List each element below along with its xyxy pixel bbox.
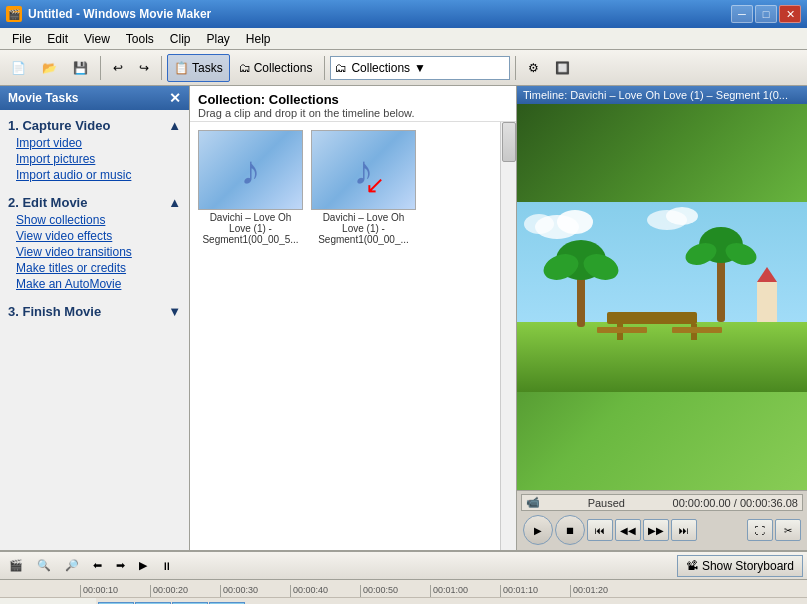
- ruler-marks: 00:00:10 00:00:20 00:00:30 00:00:40 00:0…: [80, 580, 640, 597]
- title-bar: 🎬 Untitled - Windows Movie Maker ─ □ ✕: [0, 0, 807, 28]
- collections-icon: 🗂: [239, 61, 251, 75]
- tl-play-icon: ▶: [139, 559, 147, 572]
- collections-button[interactable]: 🗂 Collections: [232, 54, 320, 82]
- show-storyboard-button[interactable]: 📽 Show Storyboard: [677, 555, 803, 577]
- tasks-button[interactable]: 📋 Tasks: [167, 54, 230, 82]
- preview-panel: Timeline: Davichi – Love Oh Love (1) – S…: [517, 86, 807, 550]
- open-button[interactable]: 📂: [35, 54, 64, 82]
- split-button[interactable]: ✂: [775, 519, 801, 541]
- tl-pause-icon: ⏸: [161, 560, 172, 572]
- collections-label: Collections: [254, 61, 313, 75]
- list-item[interactable]: ♪ ↙ Davichi – Love Oh Love (1) - Segment…: [311, 130, 416, 245]
- timeline-toolbar: 🎬 🔍 🔎 ⬅ ➡ ▶ ⏸ 📽 Show Storyboard: [0, 552, 807, 580]
- import-pictures-link[interactable]: Import pictures: [8, 151, 181, 167]
- stop-button[interactable]: ⏹: [555, 515, 585, 545]
- tl-btn-play[interactable]: ▶: [134, 555, 152, 577]
- preview-video: [517, 104, 807, 490]
- tl-btn-pause[interactable]: ⏸: [156, 555, 177, 577]
- preview-status-bar: 📹 Paused 00:00:00.00 / 00:00:36.08: [521, 494, 803, 511]
- minimize-button[interactable]: ─: [731, 5, 753, 23]
- toolbar-separator-4: [515, 56, 516, 80]
- automovie-link[interactable]: Make an AutoMovie: [8, 276, 181, 292]
- menu-help[interactable]: Help: [238, 30, 279, 48]
- drag-arrow-indicator: ↙: [365, 171, 385, 199]
- scrollbar-thumb[interactable]: [502, 122, 516, 162]
- make-titles-link[interactable]: Make titles or credits: [8, 260, 181, 276]
- extra-btn-2[interactable]: 🔲: [548, 54, 577, 82]
- capture-expand-icon[interactable]: ▲: [168, 118, 181, 133]
- finish-section: 3. Finish Movie ▼: [0, 296, 189, 325]
- menu-clip[interactable]: Clip: [162, 30, 199, 48]
- svg-point-18: [557, 210, 593, 234]
- redo-button[interactable]: ↪: [132, 54, 156, 82]
- preview-controls: 📹 Paused 00:00:00.00 / 00:00:36.08 ▶ ⏹ ⏮…: [517, 490, 807, 550]
- view-transitions-link[interactable]: View video transitions: [8, 244, 181, 260]
- menu-play[interactable]: Play: [199, 30, 238, 48]
- tl-btn-4[interactable]: ⬅: [88, 555, 107, 577]
- collection-dropdown-text: Collections: [351, 61, 410, 75]
- menu-edit[interactable]: Edit: [39, 30, 76, 48]
- undo-button[interactable]: ↩: [106, 54, 130, 82]
- tl-btn-2[interactable]: 🔍: [32, 555, 56, 577]
- menu-view[interactable]: View: [76, 30, 118, 48]
- fullscreen-button[interactable]: ⛶: [747, 519, 773, 541]
- video-track[interactable]: [96, 598, 807, 604]
- maximize-button[interactable]: □: [755, 5, 777, 23]
- prev-frame-button[interactable]: ◀◀: [615, 519, 641, 541]
- dropdown-arrow-icon: ▼: [414, 61, 426, 75]
- collections-title: Collection: Collections: [198, 92, 508, 107]
- ruler-mark-3: 00:00:40: [290, 585, 360, 597]
- preview-title-text: Timeline: Davichi – Love Oh Love (1) – S…: [523, 89, 788, 101]
- window-controls: ─ □ ✕: [731, 5, 801, 23]
- collection-dropdown-icon: 🗂: [335, 61, 347, 75]
- import-audio-link[interactable]: Import audio or music: [8, 167, 181, 183]
- finish-section-title: 3. Finish Movie ▼: [8, 300, 181, 321]
- tl-btn-5[interactable]: ➡: [111, 555, 130, 577]
- ruler-mark-0: 00:00:10: [80, 585, 150, 597]
- collections-scrollbar[interactable]: [500, 122, 516, 550]
- new-button[interactable]: 📄: [4, 54, 33, 82]
- import-video-link[interactable]: Import video: [8, 135, 181, 151]
- preview-time: 00:00:00.00 / 00:00:36.08: [673, 497, 798, 509]
- toolbar-separator-3: [324, 56, 325, 80]
- ruler-mark-2: 00:00:30: [220, 585, 290, 597]
- edit-expand-icon[interactable]: ▲: [168, 195, 181, 210]
- menu-file[interactable]: File: [4, 30, 39, 48]
- list-item[interactable]: ♪ Davichi – Love Oh Love (1) - Segment1(…: [198, 130, 303, 245]
- toolbar-separator-1: [100, 56, 101, 80]
- tasks-icon: 📋: [174, 61, 189, 75]
- preview-status-text: Paused: [588, 497, 625, 509]
- finish-expand-icon[interactable]: ▼: [168, 304, 181, 319]
- panel-title: Movie Tasks: [8, 91, 78, 105]
- tl-btn-1[interactable]: 🎬: [4, 555, 28, 577]
- play-button[interactable]: ▶: [523, 515, 553, 545]
- preview-title-bar: Timeline: Davichi – Love Oh Love (1) – S…: [517, 86, 807, 104]
- tl-icon-4: ⬅: [93, 559, 102, 572]
- tl-btn-3[interactable]: 🔎: [60, 555, 84, 577]
- extra-btn-1[interactable]: ⚙: [521, 54, 546, 82]
- clip-thumbnail-2[interactable]: ♪ ↙: [311, 130, 416, 210]
- storyboard-icon: 📽: [686, 559, 698, 573]
- capture-section: 1. Capture Video ▲ Import video Import p…: [0, 110, 189, 187]
- timeline-area: 🎬 🔍 🔎 ⬅ ➡ ▶ ⏸ 📽 Show Storyboard 00:00:10…: [0, 550, 807, 604]
- close-button[interactable]: ✕: [779, 5, 801, 23]
- timeline-rows: Video + Audio/Music Davichi – Love Oh: [0, 598, 807, 604]
- collections-header: Collection: Collections Drag a clip and …: [190, 86, 516, 122]
- show-storyboard-label: Show Storyboard: [702, 559, 794, 573]
- next-frame-button[interactable]: ▶▶: [643, 519, 669, 541]
- svg-rect-1: [517, 322, 807, 392]
- clip-thumbnail-1[interactable]: ♪: [198, 130, 303, 210]
- menu-tools[interactable]: Tools: [118, 30, 162, 48]
- timeline-ruler: 00:00:10 00:00:20 00:00:30 00:00:40 00:0…: [0, 580, 807, 598]
- panel-close-button[interactable]: ✕: [169, 90, 181, 106]
- movie-tasks-panel: Movie Tasks ✕ 1. Capture Video ▲ Import …: [0, 86, 190, 550]
- end-button[interactable]: ⏭: [671, 519, 697, 541]
- rewind-button[interactable]: ⏮: [587, 519, 613, 541]
- show-collections-link[interactable]: Show collections: [8, 212, 181, 228]
- view-effects-link[interactable]: View video effects: [8, 228, 181, 244]
- toolbar-separator-2: [161, 56, 162, 80]
- collections-dropdown[interactable]: 🗂 Collections ▼: [330, 56, 510, 80]
- tasks-label: Tasks: [192, 61, 223, 75]
- capture-section-title: 1. Capture Video ▲: [8, 114, 181, 135]
- save-button[interactable]: 💾: [66, 54, 95, 82]
